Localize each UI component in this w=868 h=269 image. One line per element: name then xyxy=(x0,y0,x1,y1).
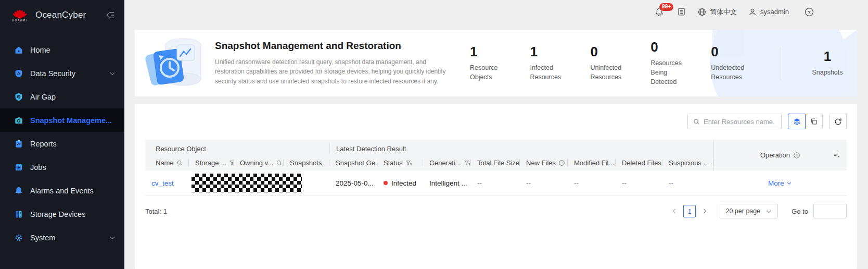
task-log-button[interactable] xyxy=(676,7,686,17)
question-circle-icon[interactable]: ? xyxy=(558,160,565,166)
refresh-icon xyxy=(834,117,843,126)
notifications-button[interactable]: 99+ xyxy=(654,7,665,17)
sidebar-item-reports[interactable]: Reports xyxy=(0,132,124,155)
cell-status: Infected xyxy=(377,179,423,187)
sidebar-item-home[interactable]: Home xyxy=(0,38,124,62)
page-size-select[interactable]: 20 per page xyxy=(720,204,778,218)
search-box xyxy=(687,114,782,129)
column-generation: Generati... xyxy=(423,155,471,170)
jobs-icon xyxy=(14,163,23,172)
sidebar-item-jobs[interactable]: Jobs xyxy=(0,155,124,179)
cell-redacted-region xyxy=(189,174,329,192)
layers-icon xyxy=(793,117,801,126)
sidebar-item-alarms-and-events[interactable]: Alarms and Events xyxy=(0,179,124,202)
status-label: Infected xyxy=(391,179,416,187)
table-row: cv_test 2025-05-0... Infected Intelligen… xyxy=(145,170,847,196)
pagination: 1 20 per page Go to xyxy=(671,204,847,218)
search-icon[interactable] xyxy=(176,160,183,166)
stats-row: 1 Resource Objects 1 Infected Resources … xyxy=(470,40,857,87)
banner-illustration xyxy=(135,30,213,96)
filter-icon[interactable] xyxy=(405,160,412,166)
goto-label: Go to xyxy=(792,207,808,215)
cell-name: cv_test xyxy=(145,179,189,187)
svg-text:?: ? xyxy=(808,9,811,15)
document-icon xyxy=(676,7,686,17)
user-menu[interactable]: sysadmin xyxy=(748,7,789,17)
filter-icon[interactable] xyxy=(229,160,234,166)
main-area: 99+ 简体中文 sysadmin ? xyxy=(124,0,868,269)
column-settings-icon[interactable] xyxy=(833,151,840,159)
sidebar-nav: Home Data Security Air Gap Snapshot Mana… xyxy=(0,30,124,249)
data-security-shield-icon xyxy=(14,69,23,78)
column-suspicious-files: Suspicious ... xyxy=(662,155,713,170)
column-name: Name xyxy=(145,155,189,170)
copy-icon xyxy=(810,117,818,126)
help-icon: ? xyxy=(804,7,814,17)
column-total-file-size: Total File Size xyxy=(471,155,520,170)
sidebar-item-data-security[interactable]: Data Security xyxy=(0,62,124,85)
chevron-down-icon xyxy=(765,208,772,215)
cell-new-files: -- xyxy=(520,179,568,187)
cell-suspicious-files: -- xyxy=(662,179,713,187)
stacked-view-button[interactable] xyxy=(788,114,806,129)
brand-title: OceanCyber xyxy=(35,10,86,20)
column-new-files: New Files ? xyxy=(520,155,568,170)
table-toolbar xyxy=(145,114,847,129)
goto-page-input[interactable] xyxy=(813,204,847,218)
page-number[interactable]: 1 xyxy=(683,205,696,217)
language-switcher[interactable]: 简体中文 xyxy=(697,7,737,17)
username-label: sysadmin xyxy=(760,8,789,16)
app-window: HUAWEI OceanCyber Home Data Security A xyxy=(0,0,868,269)
sidebar-item-air-gap[interactable]: Air Gap xyxy=(0,85,124,108)
column-header-row: Name Storage ... Owning v... xyxy=(145,155,713,170)
sidebar: HUAWEI OceanCyber Home Data Security A xyxy=(0,0,124,269)
refresh-button[interactable] xyxy=(829,114,847,129)
chevron-down-icon xyxy=(109,234,116,241)
column-modified-files: Modified Fil... xyxy=(568,155,616,170)
search-input[interactable] xyxy=(704,118,776,126)
stat-infected-resources: 1 Infected Resources xyxy=(530,44,571,82)
sidebar-logo-row: HUAWEI OceanCyber xyxy=(0,0,124,30)
table-footer: Total: 1 1 20 per page Go to xyxy=(145,204,847,218)
huawei-wordmark: HUAWEI xyxy=(12,19,28,22)
prev-page-icon[interactable] xyxy=(671,207,678,215)
card-view-button[interactable] xyxy=(805,114,823,129)
help-button[interactable]: ? xyxy=(804,7,814,17)
group-resource-object: Resource Object xyxy=(145,143,329,154)
sidebar-item-snapshot-management[interactable]: Snapshot Manageme... xyxy=(0,108,124,132)
next-page-icon[interactable] xyxy=(701,207,708,215)
storage-devices-icon xyxy=(14,210,23,219)
page-banner: Snapshot Management and Restoration Unif… xyxy=(135,30,857,96)
resources-table-card: Resource Object Latest Detection Result … xyxy=(135,104,857,269)
stat-snapshots: 1 Snapshots xyxy=(805,49,850,77)
stat-uninfected-resources: 0 Uninfected Resources xyxy=(590,44,632,82)
column-operation: Operation ? xyxy=(713,140,847,170)
collapse-sidebar-icon[interactable] xyxy=(106,10,115,20)
column-snapshot-generated: Snapshot Ge... xyxy=(329,155,377,170)
svg-text:?: ? xyxy=(561,161,563,164)
filter-icon[interactable] xyxy=(464,160,470,166)
huawei-logo-icon: HUAWEI xyxy=(10,8,29,22)
cell-operation: More xyxy=(713,179,847,187)
resource-name-link[interactable]: cv_test xyxy=(151,179,174,187)
redacted-block xyxy=(192,174,302,192)
column-status: Status xyxy=(377,155,423,170)
cell-generation: Intelligent ... xyxy=(423,179,471,187)
sidebar-item-system[interactable]: System xyxy=(0,226,124,249)
stat-resources-being-detected: 0 Resources Being Detected xyxy=(650,40,692,87)
sidebar-item-storage-devices[interactable]: Storage Devices xyxy=(0,202,124,226)
group-latest-detection-result: Latest Detection Result xyxy=(329,143,713,154)
search-icon[interactable] xyxy=(276,160,283,166)
question-circle-icon[interactable]: ? xyxy=(793,152,800,159)
cell-modified-files: -- xyxy=(568,179,616,187)
user-icon xyxy=(748,7,757,17)
column-deleted-files: Deleted Files... xyxy=(616,155,662,170)
reports-icon xyxy=(14,139,23,149)
total-count: Total: 1 xyxy=(145,207,167,215)
cell-total-file-size: -- xyxy=(471,179,520,187)
group-header-row: Resource Object Latest Detection Result xyxy=(145,140,713,155)
search-icon xyxy=(693,118,700,126)
more-button[interactable]: More xyxy=(768,179,792,187)
cell-deleted-files: -- xyxy=(616,179,662,187)
svg-text:?: ? xyxy=(796,153,798,157)
